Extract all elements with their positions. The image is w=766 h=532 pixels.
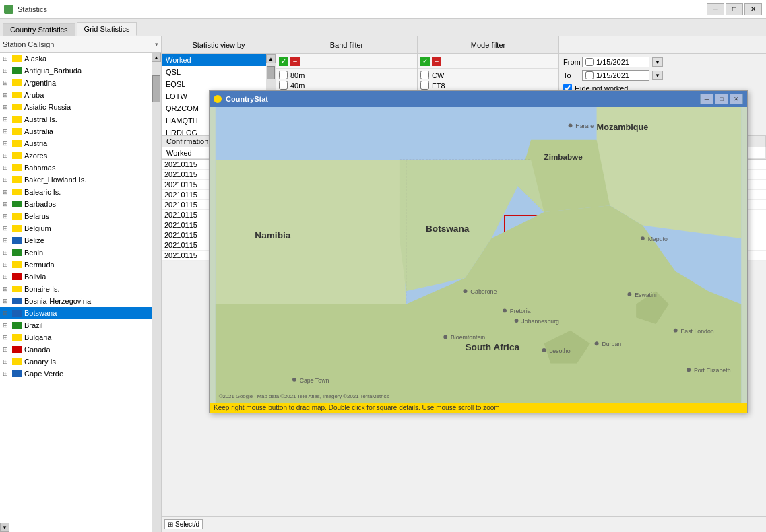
floating-title-left: CountryStat [214, 95, 268, 103]
country-item[interactable]: ⊞Azores [0, 149, 152, 162]
mode-filter-header: Mode filter [418, 36, 559, 53]
country-list-scrollbar[interactable]: ▲ ▼ [152, 53, 161, 532]
country-flag [12, 67, 22, 74]
callsign-label: Station Callsign [3, 40, 155, 48]
to-date-value: 1/15/2021 [596, 71, 629, 79]
from-date-input[interactable]: 1/15/2021 [582, 57, 649, 67]
mode-select-all-button[interactable]: ✓ [420, 57, 430, 66]
dropdown-arrow-icon[interactable]: ▾ [155, 41, 158, 48]
band-filter-header: Band filter [276, 36, 418, 53]
mode-label: CW [432, 71, 444, 79]
mode-deselect-all-button[interactable]: – [432, 57, 441, 66]
country-item[interactable]: ⊞Belgium [0, 222, 152, 234]
country-item[interactable]: ⊞Argentina [0, 77, 152, 89]
from-checkbox[interactable] [585, 58, 594, 66]
to-calendar-button[interactable]: ▼ [652, 71, 663, 80]
to-checkbox[interactable] [585, 71, 594, 79]
stat-scroll-thumb[interactable] [267, 66, 275, 79]
country-item[interactable]: ⊞Aruba [0, 89, 152, 101]
svg-text:Pretoria: Pretoria [510, 308, 531, 314]
maputo-dot [641, 236, 645, 240]
band-deselect-all-button[interactable]: – [290, 57, 300, 66]
eswatini-dot [627, 292, 631, 296]
country-item[interactable]: ⊞Bermuda [0, 259, 152, 271]
band-checkbox[interactable] [279, 81, 288, 90]
country-item[interactable]: ⊞Austral Is. [0, 113, 152, 125]
label-mozambique: Mozambique [597, 123, 649, 132]
band-select-all-button[interactable]: ✓ [279, 57, 288, 66]
expand-icon: ⊞ [3, 358, 11, 365]
expand-icon: ⊞ [3, 55, 11, 62]
close-button[interactable]: ✕ [744, 3, 762, 15]
expand-icon: ⊞ [3, 104, 11, 110]
floating-minimize-button[interactable]: ─ [700, 94, 713, 104]
country-item[interactable]: ⊞Asiatic Russia [0, 101, 152, 113]
country-flag [12, 213, 22, 220]
from-label: From [563, 58, 579, 66]
country-name: Canary Is. [24, 358, 58, 366]
mode-checkbox[interactable] [420, 81, 429, 90]
country-item[interactable]: ⊞Alaska [0, 53, 152, 65]
country-item[interactable]: ⊞Cape Verde [0, 368, 152, 380]
scroll-thumb[interactable] [152, 75, 160, 102]
maximize-button[interactable]: □ [726, 3, 743, 15]
country-name: Belgium [24, 224, 51, 232]
svg-text:East London: East London [680, 328, 713, 335]
scroll-down-arrow[interactable]: ▼ [0, 523, 9, 532]
label-zimbabwe: Zimbabwe [544, 152, 583, 161]
country-item[interactable]: ⊞Canary Is. [0, 356, 152, 368]
expand-icon: ⊞ [3, 140, 11, 147]
select-button[interactable]: ⊞ Select/d [164, 519, 203, 529]
floating-close-button[interactable]: ✕ [730, 94, 743, 104]
country-item[interactable]: ⊞Austria [0, 137, 152, 149]
stat-item[interactable]: QSL [162, 66, 276, 78]
country-item[interactable]: ⊞Bulgaria [0, 331, 152, 343]
country-name: Benin [24, 248, 43, 257]
country-item[interactable]: ⊞Bolivia [0, 271, 152, 283]
country-name: Bahamas [24, 164, 55, 172]
scroll-up-arrow[interactable]: ▲ [152, 53, 161, 62]
floating-controls: ─ □ ✕ [700, 94, 743, 104]
svg-text:Lesotho: Lesotho [549, 347, 570, 354]
country-list[interactable]: ⊞Alaska⊞Antigua_Barbuda⊞Argentina⊞Aruba⊞… [0, 53, 152, 532]
country-flag [12, 140, 22, 147]
map-footer: Keep right mouse button to drag map. Dou… [210, 403, 747, 413]
country-item[interactable]: ⊞Bahamas [0, 162, 152, 174]
gaborone-dot [464, 289, 468, 293]
country-item[interactable]: ⊞Botswana [0, 307, 152, 319]
country-item[interactable]: ⊞Bonaire Is. [0, 283, 152, 295]
country-item[interactable]: ⊞Antigua_Barbuda [0, 65, 152, 77]
country-name: Balearic Is. [24, 188, 61, 196]
country-item[interactable]: ⊞Belize [0, 234, 152, 246]
band-checkbox[interactable] [279, 71, 288, 79]
country-flag [12, 55, 22, 62]
tab-country-statistics[interactable]: Country Statistics [3, 23, 75, 36]
country-item[interactable]: ⊞Balearic Is. [0, 186, 152, 198]
country-flag [12, 201, 22, 207]
stat-scroll-up[interactable]: ▲ [266, 54, 276, 63]
map-area[interactable]: Mozambique Zimbabwe Namibia Botswana Sou… [210, 107, 747, 403]
floating-title-bar: CountryStat ─ □ ✕ [210, 91, 747, 107]
country-item[interactable]: ⊞Benin [0, 246, 152, 259]
country-name: Belarus [24, 212, 49, 220]
country-item[interactable]: ⊞Canada [0, 343, 152, 356]
country-name: Australia [24, 127, 53, 135]
stat-view-header: Statistic view by [162, 36, 276, 53]
floating-maximize-button[interactable]: □ [715, 94, 728, 104]
stat-item[interactable]: EQSL [162, 78, 276, 90]
country-item[interactable]: ⊞Bosnia-Herzegovina [0, 295, 152, 307]
country-item[interactable]: ⊞Barbados [0, 198, 152, 210]
to-date-input[interactable]: 1/15/2021 [582, 70, 649, 81]
controls-row1: Statistic view by Band filter Mode filte… [162, 36, 766, 54]
from-calendar-button[interactable]: ▼ [652, 57, 663, 67]
country-item[interactable]: ⊞Baker_Howland Is. [0, 174, 152, 186]
country-name: Aruba [24, 91, 44, 99]
mode-checkbox[interactable] [420, 71, 429, 79]
stat-item[interactable]: Worked [162, 54, 276, 66]
tab-grid-statistics[interactable]: Grid Statistics [77, 22, 137, 36]
minimize-button[interactable]: ─ [707, 3, 724, 15]
country-item[interactable]: ⊞Belarus [0, 210, 152, 222]
country-item[interactable]: ⊞Brazil [0, 319, 152, 331]
johannesburg-dot [515, 319, 519, 323]
country-item[interactable]: ⊞Australia [0, 125, 152, 137]
